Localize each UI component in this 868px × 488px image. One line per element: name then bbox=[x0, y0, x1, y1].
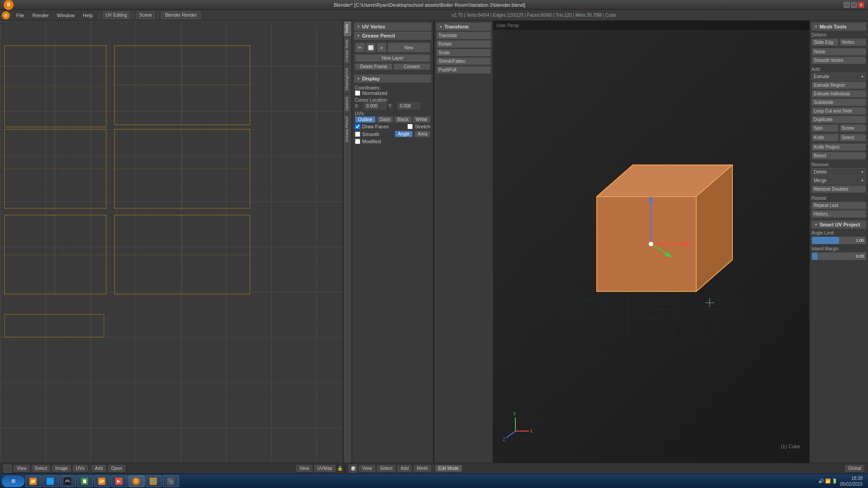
extrude-individual-btn[interactable]: Extrude Individual bbox=[811, 90, 866, 98]
convert-button[interactable]: Convert bbox=[393, 63, 431, 70]
remove-doubles-btn[interactable]: Remove Doubles bbox=[811, 185, 866, 193]
taskbar-app-6[interactable]: 🌐 bbox=[146, 475, 162, 487]
taskbar-app-2[interactable]: 🎮 bbox=[60, 475, 76, 487]
3d-select-btn[interactable]: Select bbox=[377, 465, 396, 472]
noise-btn[interactable]: Noise bbox=[811, 48, 866, 56]
island-margin-slider[interactable]: 0.03 bbox=[811, 252, 866, 260]
global-btn[interactable]: Global bbox=[845, 465, 864, 472]
display-header[interactable]: Display bbox=[354, 75, 431, 83]
render-menu[interactable]: Render bbox=[29, 12, 52, 19]
draw-faces-checkbox[interactable] bbox=[355, 124, 360, 129]
edit-mode-btn[interactable]: Edit Mode bbox=[435, 465, 462, 472]
uv-view-btn[interactable]: View bbox=[14, 465, 30, 472]
area-btn[interactable]: Area bbox=[415, 131, 430, 137]
sep bbox=[90, 465, 90, 472]
gp-stroke-tool[interactable]: ≡ bbox=[377, 42, 387, 52]
uv-select-btn[interactable]: Select bbox=[32, 465, 51, 472]
smooth-checkbox[interactable] bbox=[355, 131, 360, 137]
dash-btn[interactable]: Dash bbox=[377, 116, 393, 123]
black-btn[interactable]: Black bbox=[394, 116, 411, 123]
uv-vertex-header[interactable]: UV Vertex bbox=[354, 23, 431, 31]
translate-btn[interactable]: Translate bbox=[436, 32, 491, 39]
sharing-tab[interactable]: Sharing/UVs bbox=[344, 65, 351, 94]
screw-btn[interactable]: Screw bbox=[840, 124, 867, 132]
blender-logo: B bbox=[4, 0, 14, 10]
render-engine-selector[interactable]: Blender Render bbox=[161, 11, 201, 19]
grease-pencil-header[interactable]: Grease Pencil bbox=[354, 32, 431, 40]
smooth-vertex-btn[interactable]: Smooth Vertex bbox=[811, 56, 866, 64]
vertex-btn[interactable]: Vertex bbox=[840, 38, 867, 46]
taskbar-app-7[interactable]: 📎 bbox=[163, 475, 179, 487]
uv-add-btn[interactable]: Add bbox=[92, 465, 106, 472]
taskbar-app-3[interactable]: 📋 bbox=[77, 475, 93, 487]
scene-selector[interactable]: Scene bbox=[136, 11, 155, 19]
maximize-button[interactable]: □ bbox=[851, 2, 857, 8]
spin-btn[interactable]: Spin bbox=[811, 124, 839, 132]
push-pull-btn[interactable]: PushPull bbox=[436, 66, 491, 74]
create-tools-tab[interactable]: Create Tools bbox=[344, 36, 351, 65]
knife-btn[interactable]: Knife bbox=[811, 134, 839, 141]
repeat-last-btn[interactable]: Repeat Last bbox=[811, 202, 866, 209]
taskbar-app-0[interactable]: 📁 bbox=[25, 475, 42, 487]
select-btn[interactable]: Select bbox=[840, 134, 867, 141]
modified-row: Modified bbox=[355, 139, 430, 144]
normalized-checkbox[interactable] bbox=[355, 90, 360, 96]
modified-checkbox[interactable] bbox=[355, 139, 360, 144]
stretch-checkbox[interactable] bbox=[407, 124, 413, 129]
3d-add-btn[interactable]: Add bbox=[397, 465, 412, 472]
x-input[interactable] bbox=[364, 103, 387, 109]
taskbar-app-1[interactable]: 🌐 bbox=[42, 475, 59, 487]
start-button[interactable]: ⊞ bbox=[2, 475, 24, 487]
uv-grid[interactable] bbox=[0, 21, 343, 463]
loop-cut-btn[interactable]: Loop Cut and Slide bbox=[811, 107, 866, 115]
taskbar-app-4[interactable]: 📂 bbox=[94, 475, 110, 487]
slide-edg-btn[interactable]: Slide Edg bbox=[811, 38, 839, 46]
angle-btn[interactable]: Angle bbox=[395, 131, 413, 137]
lock-icon: 🔒 bbox=[337, 466, 343, 471]
history-btn[interactable]: History... bbox=[811, 210, 866, 218]
knife-project-btn[interactable]: Knife Project bbox=[811, 143, 866, 151]
layout-selector[interactable]: UV Editing bbox=[103, 11, 130, 19]
windows-taskbar: ⊞ 📁 🌐 🎮 📋 📂 ▶ B 🌐 📎 🔊 📶 🔋 bbox=[0, 474, 868, 488]
gp-erase-tool[interactable]: ⬜ bbox=[366, 42, 376, 52]
shrink-fatten-btn[interactable]: Shrink/Fatten bbox=[436, 57, 491, 65]
duplicate-btn[interactable]: Duplicate bbox=[811, 116, 866, 123]
bisect-btn[interactable]: Bisect bbox=[811, 152, 866, 160]
transform-header[interactable]: Transform bbox=[436, 23, 491, 31]
mesh-tools-header[interactable]: Mesh Tools bbox=[811, 23, 866, 31]
minimize-button[interactable]: — bbox=[844, 2, 850, 8]
uv-open-btn[interactable]: Open bbox=[108, 465, 125, 472]
angle-limit-slider[interactable]: 1.00 bbox=[811, 236, 866, 244]
delete-frame-button[interactable]: Delete Frame bbox=[355, 63, 392, 70]
delete-btn[interactable]: Delete bbox=[811, 168, 866, 176]
gp-pencil-tool[interactable]: ✏ bbox=[355, 42, 365, 52]
3d-view-btn[interactable]: View bbox=[359, 465, 375, 472]
y-input[interactable] bbox=[397, 103, 420, 109]
white-btn[interactable]: White bbox=[413, 116, 431, 123]
taskbar-app-5[interactable]: ▶ bbox=[111, 475, 127, 487]
smart-uv-header[interactable]: Smart UV Project bbox=[811, 221, 866, 229]
merge-btn[interactable]: Merge bbox=[811, 177, 866, 184]
extrude-btn[interactable]: Extrude bbox=[811, 73, 866, 80]
outline-btn[interactable]: Outline bbox=[355, 116, 376, 123]
window-menu[interactable]: Window bbox=[53, 12, 78, 19]
3d-viewport[interactable]: User Persp bbox=[493, 21, 809, 463]
file-menu[interactable]: File bbox=[13, 12, 28, 19]
uv-view2-btn[interactable]: View bbox=[296, 465, 312, 472]
uvmap-btn[interactable]: UVMap bbox=[314, 465, 335, 472]
uv-image-btn[interactable]: Image bbox=[52, 465, 71, 472]
taskbar-app-blender[interactable]: B bbox=[128, 475, 145, 487]
close-button[interactable]: ✕ bbox=[858, 2, 864, 8]
grease-pencil-tab[interactable]: Grease Pencil bbox=[344, 113, 351, 145]
uv-uvs-btn[interactable]: UVs bbox=[73, 465, 88, 472]
3d-mesh-btn[interactable]: Mesh bbox=[414, 465, 431, 472]
scale-btn[interactable]: Scale bbox=[436, 49, 491, 56]
help-menu[interactable]: Help bbox=[79, 12, 97, 19]
tools-tab[interactable]: Tools bbox=[344, 21, 351, 36]
gp-new-button[interactable]: New bbox=[387, 42, 430, 52]
new-layer-button[interactable]: New Layer bbox=[355, 54, 430, 62]
options-tab[interactable]: Options bbox=[344, 94, 351, 113]
rotate-btn[interactable]: Rotate bbox=[436, 40, 491, 48]
subdivide-btn[interactable]: Subdivide bbox=[811, 99, 866, 106]
extrude-region-btn[interactable]: Extrude Region bbox=[811, 81, 866, 89]
